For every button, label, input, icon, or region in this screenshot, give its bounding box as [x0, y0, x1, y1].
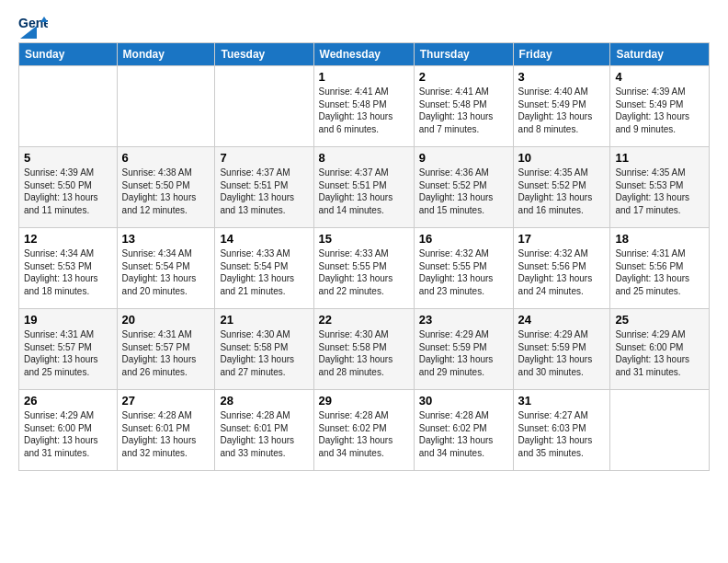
- weekday-header-wednesday: Wednesday: [313, 43, 414, 66]
- day-detail: Sunrise: 4:32 AM Sunset: 5:56 PM Dayligh…: [518, 247, 606, 297]
- day-number: 29: [319, 394, 409, 408]
- day-number: 31: [518, 394, 606, 408]
- day-number: 2: [419, 70, 508, 84]
- day-detail: Sunrise: 4:30 AM Sunset: 5:58 PM Dayligh…: [319, 328, 409, 378]
- week-row-2: 5Sunrise: 4:39 AM Sunset: 5:50 PM Daylig…: [19, 147, 710, 228]
- day-detail: Sunrise: 4:31 AM Sunset: 5:56 PM Dayligh…: [615, 247, 704, 297]
- calendar-cell: 18Sunrise: 4:31 AM Sunset: 5:56 PM Dayli…: [610, 228, 710, 309]
- day-detail: Sunrise: 4:32 AM Sunset: 5:55 PM Dayligh…: [419, 247, 508, 297]
- calendar-cell: 24Sunrise: 4:29 AM Sunset: 5:59 PM Dayli…: [513, 309, 610, 390]
- day-detail: Sunrise: 4:28 AM Sunset: 6:02 PM Dayligh…: [419, 409, 508, 459]
- day-detail: Sunrise: 4:29 AM Sunset: 5:59 PM Dayligh…: [419, 328, 508, 378]
- day-number: 24: [518, 313, 606, 327]
- day-detail: Sunrise: 4:30 AM Sunset: 5:58 PM Dayligh…: [220, 328, 308, 378]
- calendar-cell: 9Sunrise: 4:36 AM Sunset: 5:52 PM Daylig…: [414, 147, 513, 228]
- day-number: 18: [615, 232, 704, 246]
- day-detail: Sunrise: 4:27 AM Sunset: 6:03 PM Dayligh…: [518, 409, 606, 459]
- day-detail: Sunrise: 4:36 AM Sunset: 5:52 PM Dayligh…: [419, 167, 508, 216]
- calendar-cell: 22Sunrise: 4:30 AM Sunset: 5:58 PM Dayli…: [313, 309, 414, 390]
- day-number: 5: [24, 151, 112, 165]
- calendar-cell: 21Sunrise: 4:30 AM Sunset: 5:58 PM Dayli…: [215, 309, 313, 390]
- day-detail: Sunrise: 4:39 AM Sunset: 5:49 PM Dayligh…: [615, 86, 704, 135]
- calendar-cell: 31Sunrise: 4:27 AM Sunset: 6:03 PM Dayli…: [513, 390, 610, 471]
- weekday-header-row: SundayMondayTuesdayWednesdayThursdayFrid…: [19, 43, 710, 66]
- day-detail: Sunrise: 4:28 AM Sunset: 6:01 PM Dayligh…: [220, 409, 308, 459]
- logo-bird-icon: [20, 26, 37, 39]
- calendar-cell: 25Sunrise: 4:29 AM Sunset: 6:00 PM Dayli…: [610, 309, 710, 390]
- calendar-cell: 5Sunrise: 4:39 AM Sunset: 5:50 PM Daylig…: [19, 147, 118, 228]
- day-detail: Sunrise: 4:37 AM Sunset: 5:51 PM Dayligh…: [220, 167, 308, 216]
- calendar-cell: [610, 390, 710, 471]
- calendar-cell: [19, 66, 118, 147]
- day-number: 26: [24, 394, 112, 408]
- calendar-table: SundayMondayTuesdayWednesdayThursdayFrid…: [18, 42, 710, 471]
- day-number: 25: [615, 313, 704, 327]
- day-detail: Sunrise: 4:28 AM Sunset: 6:01 PM Dayligh…: [122, 409, 210, 459]
- day-detail: Sunrise: 4:29 AM Sunset: 6:00 PM Dayligh…: [615, 328, 704, 378]
- day-detail: Sunrise: 4:41 AM Sunset: 5:48 PM Dayligh…: [319, 86, 409, 135]
- calendar-cell: 1Sunrise: 4:41 AM Sunset: 5:48 PM Daylig…: [313, 66, 414, 147]
- day-number: 3: [518, 70, 606, 84]
- day-detail: Sunrise: 4:29 AM Sunset: 6:00 PM Dayligh…: [24, 409, 112, 459]
- calendar-cell: 4Sunrise: 4:39 AM Sunset: 5:49 PM Daylig…: [610, 66, 710, 147]
- calendar-cell: 26Sunrise: 4:29 AM Sunset: 6:00 PM Dayli…: [19, 390, 118, 471]
- day-number: 15: [319, 232, 409, 246]
- weekday-header-tuesday: Tuesday: [215, 43, 313, 66]
- day-number: 20: [122, 313, 210, 327]
- day-number: 10: [518, 151, 606, 165]
- day-detail: Sunrise: 4:40 AM Sunset: 5:49 PM Dayligh…: [518, 86, 606, 135]
- day-detail: Sunrise: 4:38 AM Sunset: 5:50 PM Dayligh…: [122, 167, 210, 216]
- week-row-1: 1Sunrise: 4:41 AM Sunset: 5:48 PM Daylig…: [19, 66, 710, 147]
- calendar-cell: 17Sunrise: 4:32 AM Sunset: 5:56 PM Dayli…: [513, 228, 610, 309]
- day-number: 17: [518, 232, 606, 246]
- weekday-header-sunday: Sunday: [19, 43, 118, 66]
- calendar-cell: 3Sunrise: 4:40 AM Sunset: 5:49 PM Daylig…: [513, 66, 610, 147]
- calendar-cell: [215, 66, 313, 147]
- day-number: 27: [122, 394, 210, 408]
- calendar-cell: 6Sunrise: 4:38 AM Sunset: 5:50 PM Daylig…: [117, 147, 215, 228]
- calendar-cell: 10Sunrise: 4:35 AM Sunset: 5:52 PM Dayli…: [513, 147, 610, 228]
- header: General: [18, 15, 710, 33]
- day-number: 7: [220, 151, 308, 165]
- day-number: 14: [220, 232, 308, 246]
- day-number: 30: [419, 394, 508, 408]
- calendar-cell: 11Sunrise: 4:35 AM Sunset: 5:53 PM Dayli…: [610, 147, 710, 228]
- day-number: 28: [220, 394, 308, 408]
- day-detail: Sunrise: 4:33 AM Sunset: 5:55 PM Dayligh…: [319, 247, 409, 297]
- day-detail: Sunrise: 4:34 AM Sunset: 5:54 PM Dayligh…: [122, 247, 210, 297]
- day-number: 8: [319, 151, 409, 165]
- calendar-cell: 27Sunrise: 4:28 AM Sunset: 6:01 PM Dayli…: [117, 390, 215, 471]
- calendar-cell: 7Sunrise: 4:37 AM Sunset: 5:51 PM Daylig…: [215, 147, 313, 228]
- calendar-cell: 29Sunrise: 4:28 AM Sunset: 6:02 PM Dayli…: [313, 390, 414, 471]
- calendar-cell: 8Sunrise: 4:37 AM Sunset: 5:51 PM Daylig…: [313, 147, 414, 228]
- week-row-4: 19Sunrise: 4:31 AM Sunset: 5:57 PM Dayli…: [19, 309, 710, 390]
- calendar-cell: 14Sunrise: 4:33 AM Sunset: 5:54 PM Dayli…: [215, 228, 313, 309]
- day-number: 4: [615, 70, 704, 84]
- week-row-3: 12Sunrise: 4:34 AM Sunset: 5:53 PM Dayli…: [19, 228, 710, 309]
- day-number: 12: [24, 232, 112, 246]
- day-number: 1: [319, 70, 409, 84]
- calendar-cell: 28Sunrise: 4:28 AM Sunset: 6:01 PM Dayli…: [215, 390, 313, 471]
- calendar-cell: 12Sunrise: 4:34 AM Sunset: 5:53 PM Dayli…: [19, 228, 118, 309]
- svg-marker-3: [20, 26, 37, 39]
- day-number: 13: [122, 232, 210, 246]
- day-detail: Sunrise: 4:34 AM Sunset: 5:53 PM Dayligh…: [24, 247, 112, 297]
- weekday-header-saturday: Saturday: [610, 43, 710, 66]
- calendar-cell: 30Sunrise: 4:28 AM Sunset: 6:02 PM Dayli…: [414, 390, 513, 471]
- day-detail: Sunrise: 4:35 AM Sunset: 5:52 PM Dayligh…: [518, 167, 606, 216]
- day-detail: Sunrise: 4:31 AM Sunset: 5:57 PM Dayligh…: [24, 328, 112, 378]
- day-number: 9: [419, 151, 508, 165]
- weekday-header-monday: Monday: [117, 43, 215, 66]
- calendar-cell: 20Sunrise: 4:31 AM Sunset: 5:57 PM Dayli…: [117, 309, 215, 390]
- calendar-cell: 2Sunrise: 4:41 AM Sunset: 5:48 PM Daylig…: [414, 66, 513, 147]
- day-detail: Sunrise: 4:31 AM Sunset: 5:57 PM Dayligh…: [122, 328, 210, 378]
- day-detail: Sunrise: 4:33 AM Sunset: 5:54 PM Dayligh…: [220, 247, 308, 297]
- day-number: 16: [419, 232, 508, 246]
- calendar-cell: 19Sunrise: 4:31 AM Sunset: 5:57 PM Dayli…: [19, 309, 118, 390]
- week-row-5: 26Sunrise: 4:29 AM Sunset: 6:00 PM Dayli…: [19, 390, 710, 471]
- day-detail: Sunrise: 4:41 AM Sunset: 5:48 PM Dayligh…: [419, 86, 508, 135]
- day-detail: Sunrise: 4:37 AM Sunset: 5:51 PM Dayligh…: [319, 167, 409, 216]
- weekday-header-thursday: Thursday: [414, 43, 513, 66]
- day-number: 6: [122, 151, 210, 165]
- day-detail: Sunrise: 4:35 AM Sunset: 5:53 PM Dayligh…: [615, 167, 704, 216]
